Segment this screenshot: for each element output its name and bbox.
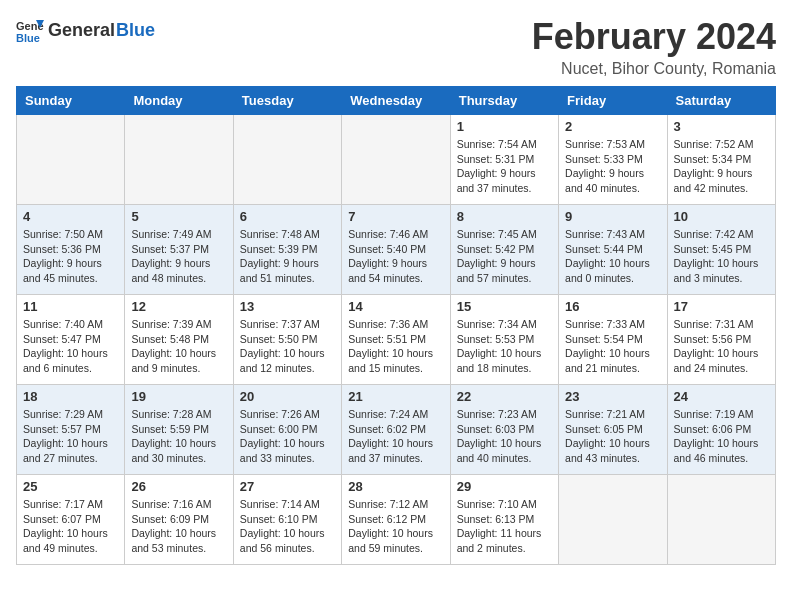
- day-number: 26: [131, 479, 226, 494]
- calendar-day: 22Sunrise: 7:23 AM Sunset: 6:03 PM Dayli…: [450, 385, 558, 475]
- calendar-week-row: 11Sunrise: 7:40 AM Sunset: 5:47 PM Dayli…: [17, 295, 776, 385]
- day-info: Sunrise: 7:28 AM Sunset: 5:59 PM Dayligh…: [131, 407, 226, 466]
- day-info: Sunrise: 7:36 AM Sunset: 5:51 PM Dayligh…: [348, 317, 443, 376]
- day-number: 5: [131, 209, 226, 224]
- calendar-day: 23Sunrise: 7:21 AM Sunset: 6:05 PM Dayli…: [559, 385, 667, 475]
- day-info: Sunrise: 7:40 AM Sunset: 5:47 PM Dayligh…: [23, 317, 118, 376]
- weekday-header-friday: Friday: [559, 87, 667, 115]
- logo-text-general: General: [48, 20, 115, 41]
- day-number: 2: [565, 119, 660, 134]
- day-number: 18: [23, 389, 118, 404]
- day-number: 14: [348, 299, 443, 314]
- day-number: 24: [674, 389, 769, 404]
- weekday-header-thursday: Thursday: [450, 87, 558, 115]
- calendar-day: 28Sunrise: 7:12 AM Sunset: 6:12 PM Dayli…: [342, 475, 450, 565]
- day-info: Sunrise: 7:29 AM Sunset: 5:57 PM Dayligh…: [23, 407, 118, 466]
- day-info: Sunrise: 7:50 AM Sunset: 5:36 PM Dayligh…: [23, 227, 118, 286]
- day-number: 19: [131, 389, 226, 404]
- day-number: 29: [457, 479, 552, 494]
- calendar-day: 5Sunrise: 7:49 AM Sunset: 5:37 PM Daylig…: [125, 205, 233, 295]
- calendar-day: 2Sunrise: 7:53 AM Sunset: 5:33 PM Daylig…: [559, 115, 667, 205]
- calendar-day: [17, 115, 125, 205]
- day-number: 20: [240, 389, 335, 404]
- logo-icon: General Blue: [16, 16, 44, 44]
- day-number: 15: [457, 299, 552, 314]
- calendar-day: 16Sunrise: 7:33 AM Sunset: 5:54 PM Dayli…: [559, 295, 667, 385]
- day-info: Sunrise: 7:54 AM Sunset: 5:31 PM Dayligh…: [457, 137, 552, 196]
- day-number: 23: [565, 389, 660, 404]
- day-number: 25: [23, 479, 118, 494]
- calendar-day: 10Sunrise: 7:42 AM Sunset: 5:45 PM Dayli…: [667, 205, 775, 295]
- calendar-week-row: 18Sunrise: 7:29 AM Sunset: 5:57 PM Dayli…: [17, 385, 776, 475]
- day-info: Sunrise: 7:48 AM Sunset: 5:39 PM Dayligh…: [240, 227, 335, 286]
- day-number: 7: [348, 209, 443, 224]
- calendar-day: 24Sunrise: 7:19 AM Sunset: 6:06 PM Dayli…: [667, 385, 775, 475]
- day-info: Sunrise: 7:39 AM Sunset: 5:48 PM Dayligh…: [131, 317, 226, 376]
- day-number: 3: [674, 119, 769, 134]
- calendar-day: 20Sunrise: 7:26 AM Sunset: 6:00 PM Dayli…: [233, 385, 341, 475]
- day-number: 22: [457, 389, 552, 404]
- title-area: February 2024 Nucet, Bihor County, Roman…: [532, 16, 776, 78]
- day-number: 27: [240, 479, 335, 494]
- calendar-day: 7Sunrise: 7:46 AM Sunset: 5:40 PM Daylig…: [342, 205, 450, 295]
- day-number: 1: [457, 119, 552, 134]
- calendar-day: 4Sunrise: 7:50 AM Sunset: 5:36 PM Daylig…: [17, 205, 125, 295]
- calendar-day: 21Sunrise: 7:24 AM Sunset: 6:02 PM Dayli…: [342, 385, 450, 475]
- calendar-day: [233, 115, 341, 205]
- day-number: 10: [674, 209, 769, 224]
- weekday-header-wednesday: Wednesday: [342, 87, 450, 115]
- day-info: Sunrise: 7:10 AM Sunset: 6:13 PM Dayligh…: [457, 497, 552, 556]
- calendar-week-row: 1Sunrise: 7:54 AM Sunset: 5:31 PM Daylig…: [17, 115, 776, 205]
- day-info: Sunrise: 7:31 AM Sunset: 5:56 PM Dayligh…: [674, 317, 769, 376]
- day-info: Sunrise: 7:52 AM Sunset: 5:34 PM Dayligh…: [674, 137, 769, 196]
- day-info: Sunrise: 7:19 AM Sunset: 6:06 PM Dayligh…: [674, 407, 769, 466]
- calendar-day: 25Sunrise: 7:17 AM Sunset: 6:07 PM Dayli…: [17, 475, 125, 565]
- calendar-day: 6Sunrise: 7:48 AM Sunset: 5:39 PM Daylig…: [233, 205, 341, 295]
- calendar-day: [559, 475, 667, 565]
- day-info: Sunrise: 7:17 AM Sunset: 6:07 PM Dayligh…: [23, 497, 118, 556]
- calendar-day: 3Sunrise: 7:52 AM Sunset: 5:34 PM Daylig…: [667, 115, 775, 205]
- day-info: Sunrise: 7:21 AM Sunset: 6:05 PM Dayligh…: [565, 407, 660, 466]
- day-info: Sunrise: 7:34 AM Sunset: 5:53 PM Dayligh…: [457, 317, 552, 376]
- calendar-day: [125, 115, 233, 205]
- day-info: Sunrise: 7:43 AM Sunset: 5:44 PM Dayligh…: [565, 227, 660, 286]
- day-info: Sunrise: 7:53 AM Sunset: 5:33 PM Dayligh…: [565, 137, 660, 196]
- calendar-day: 11Sunrise: 7:40 AM Sunset: 5:47 PM Dayli…: [17, 295, 125, 385]
- day-number: 13: [240, 299, 335, 314]
- month-year-title: February 2024: [532, 16, 776, 58]
- weekday-header-saturday: Saturday: [667, 87, 775, 115]
- weekday-header-sunday: Sunday: [17, 87, 125, 115]
- day-number: 4: [23, 209, 118, 224]
- day-info: Sunrise: 7:24 AM Sunset: 6:02 PM Dayligh…: [348, 407, 443, 466]
- calendar-day: [667, 475, 775, 565]
- svg-text:Blue: Blue: [16, 32, 40, 44]
- calendar-day: 27Sunrise: 7:14 AM Sunset: 6:10 PM Dayli…: [233, 475, 341, 565]
- calendar-day: 14Sunrise: 7:36 AM Sunset: 5:51 PM Dayli…: [342, 295, 450, 385]
- calendar-day: 9Sunrise: 7:43 AM Sunset: 5:44 PM Daylig…: [559, 205, 667, 295]
- day-info: Sunrise: 7:37 AM Sunset: 5:50 PM Dayligh…: [240, 317, 335, 376]
- calendar-day: 1Sunrise: 7:54 AM Sunset: 5:31 PM Daylig…: [450, 115, 558, 205]
- day-info: Sunrise: 7:16 AM Sunset: 6:09 PM Dayligh…: [131, 497, 226, 556]
- day-info: Sunrise: 7:23 AM Sunset: 6:03 PM Dayligh…: [457, 407, 552, 466]
- day-number: 28: [348, 479, 443, 494]
- calendar-day: 15Sunrise: 7:34 AM Sunset: 5:53 PM Dayli…: [450, 295, 558, 385]
- day-info: Sunrise: 7:12 AM Sunset: 6:12 PM Dayligh…: [348, 497, 443, 556]
- calendar-day: 13Sunrise: 7:37 AM Sunset: 5:50 PM Dayli…: [233, 295, 341, 385]
- day-number: 17: [674, 299, 769, 314]
- calendar-day: 18Sunrise: 7:29 AM Sunset: 5:57 PM Dayli…: [17, 385, 125, 475]
- logo: General Blue General Blue: [16, 16, 155, 44]
- calendar-day: 12Sunrise: 7:39 AM Sunset: 5:48 PM Dayli…: [125, 295, 233, 385]
- calendar-week-row: 4Sunrise: 7:50 AM Sunset: 5:36 PM Daylig…: [17, 205, 776, 295]
- calendar-table: SundayMondayTuesdayWednesdayThursdayFrid…: [16, 86, 776, 565]
- day-number: 9: [565, 209, 660, 224]
- day-info: Sunrise: 7:49 AM Sunset: 5:37 PM Dayligh…: [131, 227, 226, 286]
- calendar-day: [342, 115, 450, 205]
- calendar-day: 19Sunrise: 7:28 AM Sunset: 5:59 PM Dayli…: [125, 385, 233, 475]
- day-number: 16: [565, 299, 660, 314]
- logo-text-blue: Blue: [116, 20, 155, 41]
- page-header: General Blue General Blue February 2024 …: [16, 16, 776, 78]
- calendar-day: 26Sunrise: 7:16 AM Sunset: 6:09 PM Dayli…: [125, 475, 233, 565]
- day-info: Sunrise: 7:45 AM Sunset: 5:42 PM Dayligh…: [457, 227, 552, 286]
- day-info: Sunrise: 7:14 AM Sunset: 6:10 PM Dayligh…: [240, 497, 335, 556]
- calendar-day: 29Sunrise: 7:10 AM Sunset: 6:13 PM Dayli…: [450, 475, 558, 565]
